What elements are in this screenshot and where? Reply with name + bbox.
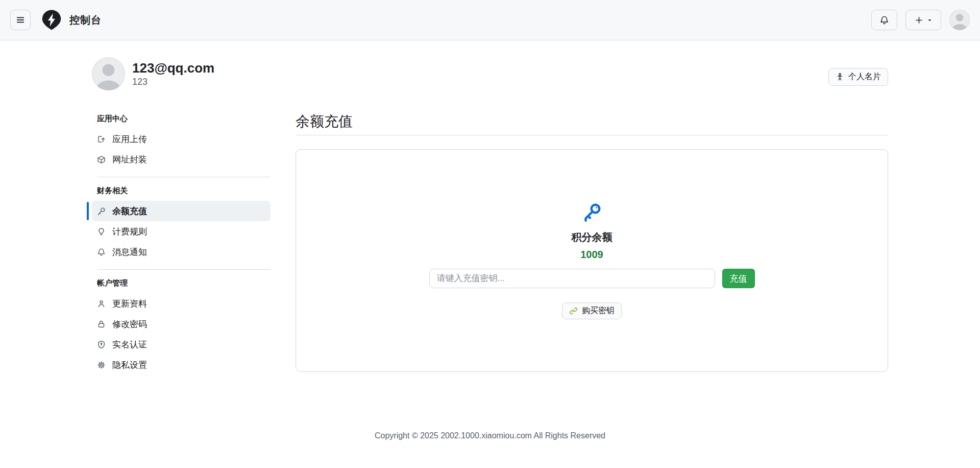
bell-icon xyxy=(97,248,106,256)
sidebar-item-change-password[interactable]: 修改密码 xyxy=(92,314,271,334)
page-title: 余额充值 xyxy=(296,113,888,135)
notifications-button[interactable] xyxy=(871,10,897,30)
top-bar-actions xyxy=(871,10,970,30)
menu-button[interactable] xyxy=(10,10,31,30)
lightbulb-icon xyxy=(97,227,106,236)
copyright-text: Copyright © 2025 2002.1000.xiaomiou.com … xyxy=(375,431,605,440)
buy-key-button[interactable]: 购买密钥 xyxy=(562,302,622,319)
footer: Copyright © 2025 2002.1000.xiaomiou.com … xyxy=(0,431,980,440)
profile-identity: 123@qq.com 123 xyxy=(92,57,214,90)
sidebar-item-notifications[interactable]: 消息通知 xyxy=(92,242,271,262)
shield-icon xyxy=(97,340,106,349)
personal-card-label: 个人名片 xyxy=(848,72,881,82)
sidebar-item-identity-verification[interactable]: 实名认证 xyxy=(92,334,271,355)
sidebar-item-label: 计费规则 xyxy=(112,226,147,238)
recharge-button[interactable]: 充值 xyxy=(722,269,755,288)
package-icon xyxy=(97,155,106,164)
sidebar-item-label: 实名认证 xyxy=(112,339,147,350)
buy-key-label: 购买密钥 xyxy=(582,306,615,316)
balance-value: 1009 xyxy=(580,249,603,261)
personal-card-button[interactable]: 个人名片 xyxy=(828,68,888,86)
main-content: 余额充值 积分余额 1009 充值 xyxy=(296,112,888,372)
bell-icon xyxy=(879,15,889,25)
sidebar-item-label: 隐私设置 xyxy=(112,359,147,371)
page-content: 123@qq.com 123 个人名片 应用中心 xyxy=(0,57,980,375)
link-icon xyxy=(569,307,578,315)
recharge-card: 积分余额 1009 充值 购买密钥 xyxy=(296,149,888,372)
sidebar-section-app-center: 应用中心 xyxy=(92,112,271,125)
recharge-form: 充值 xyxy=(429,269,755,288)
sidebar-item-update-profile[interactable]: 更新资料 xyxy=(92,293,271,314)
sidebar-item-label: 网址封装 xyxy=(112,154,147,166)
profile-email: 123@qq.com xyxy=(132,60,214,76)
plus-icon xyxy=(915,16,923,25)
header-user-avatar[interactable] xyxy=(949,10,970,30)
sidebar-item-label: 消息通知 xyxy=(112,246,147,258)
key-icon xyxy=(97,207,106,216)
app-logo-icon xyxy=(42,9,61,31)
sidebar-divider xyxy=(97,177,271,177)
key-icon xyxy=(582,202,602,222)
app-title: 控制台 xyxy=(69,13,102,27)
person-icon xyxy=(97,299,106,308)
profile-header: 123@qq.com 123 个人名片 xyxy=(92,57,888,91)
sidebar-item-label: 更新资料 xyxy=(112,298,147,310)
create-new-button[interactable] xyxy=(905,10,941,30)
sidebar-item-label: 余额充值 xyxy=(112,205,147,217)
sidebar: 应用中心 应用上传 网址封装 xyxy=(92,112,271,375)
gear-icon xyxy=(97,361,106,369)
lock-icon xyxy=(97,320,106,329)
sidebar-item-balance-recharge[interactable]: 余额充值 xyxy=(92,201,271,221)
sidebar-item-app-upload[interactable]: 应用上传 xyxy=(92,129,271,149)
sidebar-item-label: 修改密码 xyxy=(112,318,147,330)
profile-text: 123@qq.com 123 xyxy=(132,60,214,87)
hamburger-icon xyxy=(16,15,25,25)
sidebar-item-billing-rules[interactable]: 计费规则 xyxy=(92,221,271,242)
top-bar: 控制台 xyxy=(0,0,980,40)
balance-label: 积分余额 xyxy=(572,230,612,244)
upload-icon xyxy=(97,135,106,144)
sidebar-item-url-package[interactable]: 网址封装 xyxy=(92,149,271,170)
recharge-key-input[interactable] xyxy=(429,269,715,288)
sidebar-section-account: 帐户管理 xyxy=(92,277,271,289)
sidebar-item-privacy-settings[interactable]: 隐私设置 xyxy=(92,355,271,375)
sidebar-divider xyxy=(97,269,271,270)
sidebar-item-label: 应用上传 xyxy=(112,133,147,145)
profile-username: 123 xyxy=(132,77,214,87)
chevron-down-icon xyxy=(927,17,933,23)
profile-avatar xyxy=(92,57,125,90)
person-badge-icon xyxy=(836,73,844,81)
sidebar-section-finance: 财务相关 xyxy=(92,184,271,197)
